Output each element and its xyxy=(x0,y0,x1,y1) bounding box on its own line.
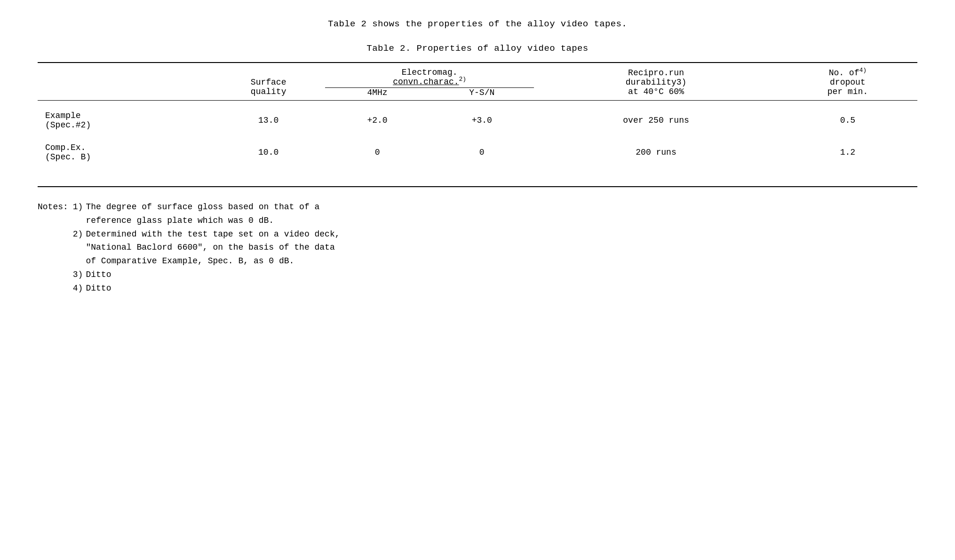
row-example-4mhz: +2.0 xyxy=(325,106,430,134)
row-comp-line1: Comp.Ex. xyxy=(45,143,86,152)
header-surface-line2: quality xyxy=(251,87,286,96)
table-row: Comp.Ex. (Spec. B) 10.0 0 0 200 runs 1.2 xyxy=(38,138,917,166)
note-2-text: Determined with the test tape set on a v… xyxy=(86,228,340,268)
notes-table: Notes: 1) The degree of surface gloss ba… xyxy=(38,200,340,295)
table-bottom-border xyxy=(38,186,917,187)
row-comp-line2: (Spec. B) xyxy=(45,152,91,162)
note-4-text: Ditto xyxy=(86,282,340,295)
header-convn-label: convn.charac. xyxy=(393,77,459,87)
header-dropout-label: dropout xyxy=(830,78,866,87)
header-surface-line1: Surface xyxy=(251,78,286,87)
note-4-number: 4) xyxy=(73,282,86,295)
header-empty xyxy=(38,63,212,101)
header-ysn: Y-S/N xyxy=(430,88,534,101)
header-electromag: Electromag. convn.charac.2) xyxy=(325,63,534,88)
notes-section: Notes: 1) The degree of surface gloss ba… xyxy=(38,200,917,295)
header-no-dropout: No. of4) dropout per min. xyxy=(778,63,917,101)
note-2-line2: "National Baclord 6600", on the basis of… xyxy=(86,243,334,252)
header-surface: Surface quality xyxy=(212,63,325,101)
note-2-number: 2) xyxy=(73,228,86,268)
header-recipro-label: Recipro.run xyxy=(628,68,684,78)
note-4-empty xyxy=(38,282,73,295)
header-per-min-label: per min. xyxy=(828,87,868,96)
header-sup2: 2) xyxy=(459,76,467,83)
note-3-number: 3) xyxy=(73,268,86,282)
bottom-spacer-row xyxy=(38,166,917,172)
row-example-line1: Example xyxy=(45,111,81,120)
header-no-label: No. of xyxy=(829,68,860,78)
spacer-cell xyxy=(38,101,917,107)
note-2-row: 2) Determined with the test tape set on … xyxy=(38,228,340,268)
note-2-empty xyxy=(38,228,73,268)
table-title: Table 2. Properties of alloy video tapes xyxy=(38,43,917,54)
row-comp-surface: 10.0 xyxy=(212,138,325,166)
note-2-line3: of Comparative Example, Spec. B, as 0 dB… xyxy=(86,256,294,266)
row-comp-ysn: 0 xyxy=(430,138,534,166)
table-header-row: Surface quality Electromag. convn.charac… xyxy=(38,63,917,88)
note-1-line2: reference glass plate which was 0 dB. xyxy=(86,216,274,225)
row-example-durability: over 250 runs xyxy=(534,106,778,134)
note-3-row: 3) Ditto xyxy=(38,268,340,282)
row-example-surface: 13.0 xyxy=(212,106,325,134)
properties-table: Surface quality Electromag. convn.charac… xyxy=(38,62,917,172)
notes-title-row: Notes: 1) The degree of surface gloss ba… xyxy=(38,200,340,228)
header-spacer-row xyxy=(38,101,917,107)
row-example-dropout: 0.5 xyxy=(778,106,917,134)
note-4-row: 4) Ditto xyxy=(38,282,340,295)
note-3-text: Ditto xyxy=(86,268,340,282)
header-durability-label: durability3) xyxy=(626,78,687,87)
row-comp-4mhz: 0 xyxy=(325,138,430,166)
note-1-number: 1) xyxy=(73,200,86,228)
row-example-line2: (Spec.#2) xyxy=(45,120,91,130)
row-example-label: Example (Spec.#2) xyxy=(38,106,212,134)
note-2-line1: Determined with the test tape set on a v… xyxy=(86,229,340,239)
header-4mhz: 4MHz xyxy=(325,88,430,101)
note-3-empty xyxy=(38,268,73,282)
table-row: Example (Spec.#2) 13.0 +2.0 +3.0 over 25… xyxy=(38,106,917,134)
data-spacer-row xyxy=(38,134,917,138)
note-1-line1: The degree of surface gloss based on tha… xyxy=(86,202,319,212)
note-1-text: The degree of surface gloss based on tha… xyxy=(86,200,340,228)
header-electromag-label: Electromag. xyxy=(402,68,458,77)
header-at-label: at 40°C 60% xyxy=(628,87,684,96)
header-sup4: 4) xyxy=(859,67,867,74)
spacer-cell-2 xyxy=(38,134,917,138)
header-recipro: Recipro.run durability3) at 40°C 60% xyxy=(534,63,778,101)
intro-paragraph: Table 2 shows the properties of the allo… xyxy=(38,19,917,29)
spacer-cell-3 xyxy=(38,166,917,172)
row-comp-label: Comp.Ex. (Spec. B) xyxy=(38,138,212,166)
notes-title: Notes: xyxy=(38,200,73,228)
row-comp-dropout: 1.2 xyxy=(778,138,917,166)
row-comp-durability: 200 runs xyxy=(534,138,778,166)
row-example-ysn: +3.0 xyxy=(430,106,534,134)
